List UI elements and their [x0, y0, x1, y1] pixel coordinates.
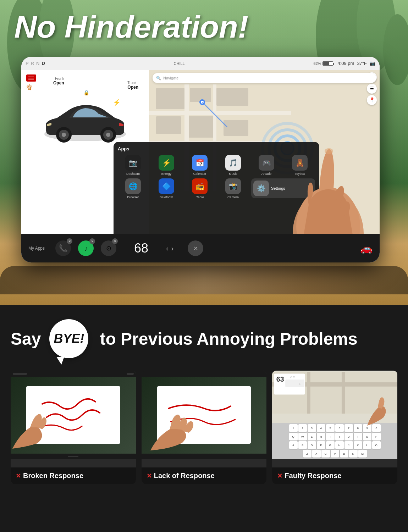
svg-point-11	[106, 133, 110, 137]
map-search-bar[interactable]: 🔍 Navigate	[153, 73, 376, 83]
temp-down-icon[interactable]: ‹	[166, 244, 169, 253]
map-location-button[interactable]: 📍	[367, 95, 377, 105]
prnd-display: P R N D	[26, 61, 45, 66]
bottom-app-dashcam-small[interactable]: ⊙ ✕	[101, 240, 116, 256]
gear-r: R	[31, 61, 34, 66]
key-a[interactable]: A	[289, 441, 298, 449]
car-svg	[39, 99, 131, 148]
svg-rect-34	[307, 372, 310, 414]
key-2[interactable]: 2	[298, 424, 307, 432]
key-q[interactable]: Q	[289, 433, 298, 440]
map-list-button[interactable]: ☰	[367, 84, 377, 94]
key-y[interactable]: Y	[335, 433, 344, 440]
svg-text:›: ›	[299, 381, 301, 386]
broken-x-icon: ✕	[16, 472, 21, 480]
svg-rect-18	[224, 120, 248, 136]
tesla-screen[interactable]: P R N D CHILL 62% 4:09 pm 37°F 📷	[21, 57, 380, 262]
key-p[interactable]: P	[372, 433, 381, 440]
phone-close-icon[interactable]: ✕	[67, 238, 72, 244]
app-music[interactable]: 🎵 Music	[218, 155, 248, 176]
key-8[interactable]: 8	[354, 424, 362, 432]
key-h[interactable]: H	[335, 441, 344, 449]
key-b[interactable]: B	[340, 450, 348, 458]
problem-cards-container: ✕ Broken Response	[11, 371, 397, 484]
apps-panel[interactable]: Apps 📷 Dashcam ⚡ Energy 📅	[114, 142, 319, 234]
app-energy[interactable]: ⚡ Energy	[151, 155, 182, 176]
key-r[interactable]: R	[317, 433, 325, 440]
bye-speech-bubble: BYE!	[49, 319, 88, 358]
temp-arrows[interactable]: ‹ ›	[166, 244, 173, 253]
key-6[interactable]: 6	[335, 424, 344, 432]
key-1[interactable]: 1	[289, 424, 298, 432]
app-camera[interactable]: 📸 Camera	[218, 178, 248, 199]
drive-mode: CHILL	[49, 61, 309, 66]
key-o2[interactable]: O	[372, 441, 381, 449]
key-k[interactable]: K	[354, 441, 362, 449]
app-dashcam[interactable]: 📷 Dashcam	[118, 155, 148, 176]
gear-n: N	[36, 61, 39, 66]
app-browser[interactable]: 🌐 Browser	[118, 178, 148, 199]
gear-p: P	[26, 61, 29, 66]
key-3[interactable]: 3	[308, 424, 316, 432]
calendar-icon: 📅	[192, 155, 208, 171]
app-calendar[interactable]: 📅 Calendar	[184, 155, 215, 176]
key-z[interactable]: Z	[303, 450, 311, 458]
key-i[interactable]: I	[354, 433, 362, 440]
dashcam-label: Dashcam	[126, 172, 140, 176]
clock-display: 4:09 pm	[337, 61, 354, 66]
svg-rect-16	[156, 116, 181, 134]
dashboard-strip	[0, 266, 408, 294]
spotify-close-icon[interactable]: ✕	[89, 238, 95, 244]
toybox-label: Toybox	[295, 172, 305, 176]
key-w[interactable]: W	[298, 433, 307, 440]
music-icon: 🎵	[225, 155, 241, 171]
key-7[interactable]: 7	[344, 424, 353, 432]
lack-label-text: Lack of Response	[154, 472, 215, 480]
apps-grid: 📷 Dashcam ⚡ Energy 📅 Calendar 🎵	[118, 155, 315, 199]
camera-icon: 📷	[370, 61, 375, 66]
key-x[interactable]: X	[312, 450, 321, 458]
gear-d: D	[42, 61, 45, 66]
bottom-app-spotify[interactable]: ♪ ✕	[78, 240, 94, 256]
dashcam-close-icon[interactable]: ✕	[112, 238, 118, 244]
bluetooth-icon: 🔷	[159, 178, 174, 194]
faulty-x-icon: ✕	[277, 472, 282, 480]
key-u[interactable]: U	[344, 433, 353, 440]
key-t[interactable]: T	[326, 433, 335, 440]
to-problems-text: to Previous Annoying Problems	[100, 329, 357, 349]
key-5[interactable]: 5	[326, 424, 335, 432]
temp-up-icon[interactable]: ›	[171, 244, 174, 253]
key-j[interactable]: J	[344, 441, 353, 449]
calendar-label: Calendar	[193, 172, 206, 176]
bottom-section: Say BYE! to Previous Annoying Problems	[0, 305, 408, 495]
key-m[interactable]: M	[358, 450, 367, 458]
browser-label: Browser	[127, 195, 139, 199]
key-l[interactable]: L	[363, 441, 371, 449]
svg-text:63: 63	[276, 375, 284, 383]
key-f[interactable]: F	[317, 441, 325, 449]
music-label: Music	[229, 172, 237, 176]
key-o[interactable]: O	[363, 433, 371, 440]
app-radio[interactable]: 📻 Radio	[184, 178, 215, 199]
settings-highlight[interactable]: ⚙️ Settings	[251, 178, 315, 199]
key-4[interactable]: 4	[317, 424, 325, 432]
bottom-app-close[interactable]: ✕	[188, 240, 203, 256]
key-e[interactable]: E	[308, 433, 316, 440]
headlights-icon	[26, 74, 36, 82]
key-s[interactable]: S	[298, 441, 307, 449]
battery-percent: 62%	[313, 61, 321, 66]
svg-rect-20	[149, 111, 291, 115]
search-placeholder: Navigate	[163, 76, 178, 80]
tesla-main-content: 春 Frunk Open Trunk Open ⚡	[21, 70, 380, 234]
key-c[interactable]: C	[321, 450, 330, 458]
key-v[interactable]: V	[331, 450, 339, 458]
app-arcade[interactable]: 🎮 Arcade	[251, 155, 282, 176]
app-bluetooth[interactable]: 🔷 Bluetooth	[151, 178, 182, 199]
dashcam-icon: 📷	[125, 155, 141, 171]
key-g[interactable]: G	[326, 441, 335, 449]
key-d[interactable]: D	[308, 441, 316, 449]
hero-section: No Hinderation! P R N D CHILL 62% 4:09 p…	[0, 0, 408, 305]
bottom-app-phone[interactable]: 📞 ✕	[55, 240, 71, 256]
app-toybox[interactable]: 🧸 Toybox	[285, 155, 315, 176]
key-n[interactable]: N	[349, 450, 358, 458]
